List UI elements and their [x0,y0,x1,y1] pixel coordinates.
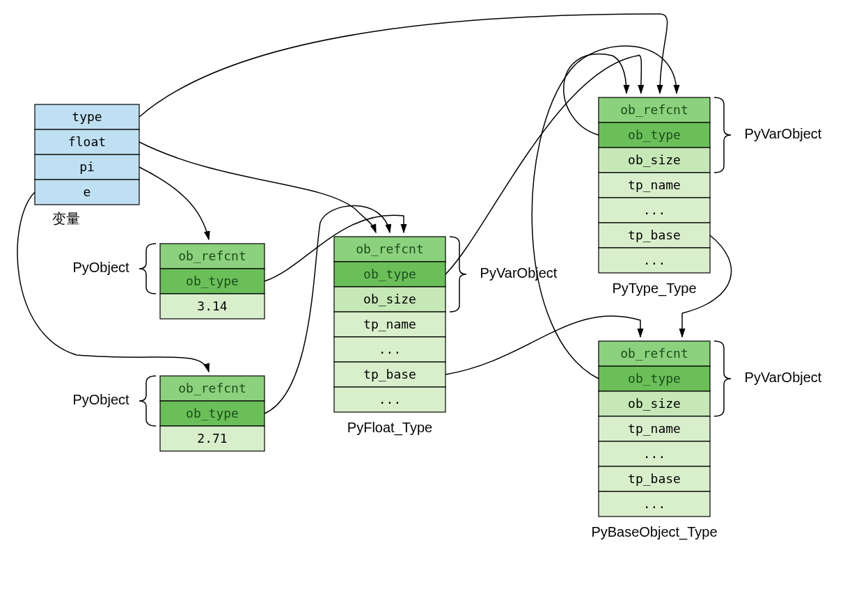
pyfloat-label-3: tp_name [363,317,416,331]
variables-title: 变量 [52,211,80,226]
e_obj-label-2: 2.71 [197,431,227,446]
e_obj-label-1: ob_type [186,406,239,420]
pybase-label-2: ob_size [628,396,681,411]
pi_obj-brace [139,244,156,294]
pyfloat-brace-label: PyVarObject [480,265,558,281]
pytype-brace-label: PyVarObject [745,126,822,141]
pyfloat-label-5: tp_base [363,367,416,381]
pi_obj-label-2: 3.14 [197,299,227,313]
arrow-var-float-to-pyfloat [139,142,376,232]
pybase-label-4: ... [643,446,666,461]
pybase-label-6: ... [643,496,666,511]
variables-label-0: type [72,109,102,124]
pytype-brace [714,97,731,173]
pybase-label-3: tp_name [628,421,681,436]
pi_obj-brace-label: PyObject [72,260,129,275]
pyfloat-brace [450,237,466,312]
e_obj-label-0: ob_refcnt [178,381,246,395]
arrow-var-type-to-pytype [139,14,668,117]
pyfloat-label-1: ob_type [363,267,416,281]
pi_obj-label-1: ob_type [186,274,239,288]
pi_obj-label-0: ob_refcnt [178,249,246,263]
pytype-label-4: ... [643,203,666,217]
e_obj-brace-label: PyObject [72,392,129,407]
pytype-label-1: ob_type [628,127,681,142]
pytype-label-3: tp_name [628,178,681,192]
pybase-label-0: ob_refcnt [620,346,688,361]
variables-label-3: e [84,184,91,199]
pytype-label-2: ob_size [628,152,681,167]
variables-label-2: pi [79,159,95,174]
variables-label-1: float [68,134,106,149]
pyfloat-label-4: ... [379,342,402,356]
pytype-label-0: ob_refcnt [620,102,688,117]
pytype-title: PyType_Type [612,281,696,297]
pyfloat-label-6: ... [379,392,402,407]
pybase-brace [714,341,731,416]
arrow-var-pi-to-piobj [139,167,209,239]
pyfloat-title: PyFloat_Type [347,420,432,436]
pytype-label-5: tp_base [628,228,681,242]
pybase-title: PyBaseObject_Type [591,524,717,540]
pyfloat-label-2: ob_size [363,292,416,306]
pybase-label-1: ob_type [628,371,681,386]
pybase-label-5: tp_base [628,471,681,486]
diagram-canvas: typefloatpie变量ob_refcntob_type3.14PyObje… [0,0,868,607]
e_obj-brace [139,376,156,426]
pyfloat-label-0: ob_refcnt [356,242,424,256]
pybase-brace-label: PyVarObject [745,370,822,385]
pytype-label-6: ... [643,253,666,267]
